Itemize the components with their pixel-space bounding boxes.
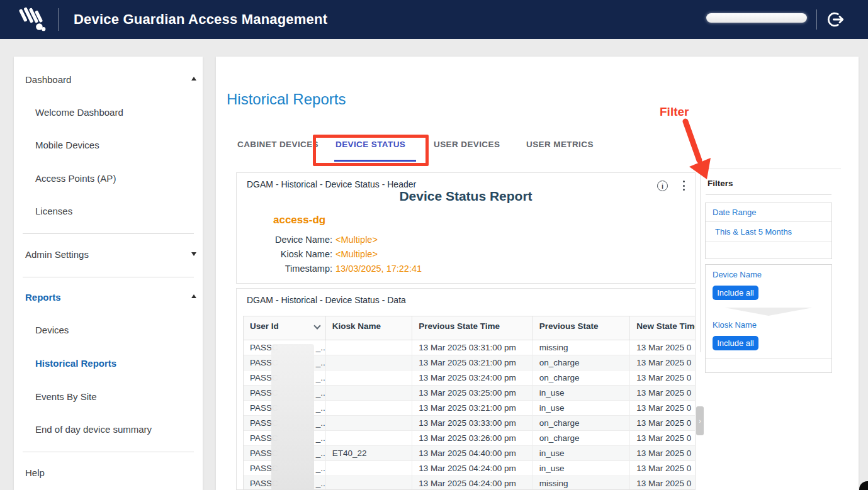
column-header-kiosk-name[interactable]: Kiosk Name [326, 316, 413, 340]
cell-previous-state: in_use [533, 386, 631, 400]
date-range-filter-box: Date Range This & Last 5 Months [705, 203, 832, 259]
table-horizontal-scroll-handle[interactable]: › [696, 406, 704, 435]
widget-title: DGAM - Historical - Device Status - Head… [247, 179, 416, 189]
name-filters-box: Device Name Include all Kiosk Name Inclu… [705, 264, 832, 373]
kiosk-name-include-all-button[interactable]: Include all [713, 336, 758, 350]
sidebar-item-admin-settings[interactable]: Admin Settings [25, 247, 89, 262]
cell-new-state-time: 13 Mar 2025 0 [630, 416, 696, 430]
date-range-selected-value[interactable]: This & Last 5 Months [706, 222, 831, 242]
cell-kiosk-name [326, 370, 413, 385]
cell-previous-state-time: 13 Mar 2025 03:25:00 pm [412, 386, 533, 400]
filter-section-notch [724, 308, 813, 316]
column-header-previous-state[interactable]: Previous State [533, 316, 631, 340]
cell-kiosk-name [326, 416, 413, 430]
tab-device-status[interactable]: DEVICE STATUS [335, 138, 405, 151]
filter-empty-row [706, 242, 831, 259]
sidebar-divider [23, 452, 194, 452]
column-header-previous-state-time[interactable]: Previous State Time [412, 316, 533, 340]
cell-kiosk-name [326, 340, 413, 355]
cell-previous-state-time: 13 Mar 2025 04:24:00 pm [412, 476, 533, 490]
cell-new-state-time: 13 Mar 2025 0 [630, 370, 696, 385]
cell-new-state-time: 13 Mar 2025 0 [630, 386, 696, 400]
cell-new-state-time: 13 Mar 2025 0 [630, 340, 696, 355]
table-header-row: User Id Kiosk Name Previous State Time P… [244, 316, 696, 340]
sidebar-item-events-by-site[interactable]: Events By Site [35, 389, 97, 404]
cell-kiosk-name [326, 461, 413, 476]
sidebar-item-licenses[interactable]: Licenses [35, 204, 72, 219]
report-data-card: DGAM - Historical - Device Status - Data… [236, 288, 696, 490]
device-name-include-all-button[interactable]: Include all [713, 286, 758, 300]
cell-previous-state-time: 13 Mar 2025 03:33:00 pm [412, 416, 533, 430]
cell-kiosk-name [326, 476, 413, 490]
filter-annotation-arrow [657, 116, 719, 186]
report-title: Device Status Report [237, 189, 695, 204]
cell-kiosk-name [326, 431, 413, 445]
field-label: Device Name: [237, 233, 332, 246]
kiosk-name-filter-label: Kiosk Name [713, 320, 757, 330]
cell-previous-state: on_charge [533, 416, 631, 430]
sidebar-divider [23, 277, 194, 277]
cell-kiosk-name: ET40_22 [326, 446, 413, 460]
cell-new-state-time: 13 Mar 2025 0 [630, 431, 696, 445]
sidebar: Dashboard Welcome Dashboard Mobile Devic… [14, 57, 203, 490]
field-label: Timestamp: [237, 262, 332, 275]
sidebar-item-help[interactable]: Help [25, 465, 45, 481]
sidebar-divider [23, 233, 194, 234]
cell-new-state-time: 13 Mar 2025 0 [630, 401, 696, 415]
sidebar-item-end-of-day-summary[interactable]: End of day device summary [35, 422, 152, 437]
field-kiosk-name: Kiosk Name:<Multiple> [237, 248, 378, 260]
field-timestamp: Timestamp:13/03/2025, 17:22:41 [237, 262, 422, 275]
cell-previous-state: in_use [533, 461, 631, 476]
logout-icon [826, 21, 845, 31]
cell-previous-state: on_charge [533, 431, 631, 445]
field-label: Kiosk Name: [237, 248, 332, 260]
header-divider-right [816, 9, 817, 30]
filters-left-divider [700, 169, 701, 352]
column-header-new-state-time[interactable]: New State Time [630, 316, 696, 340]
user-id-redaction-overlay [271, 344, 314, 490]
sidebar-item-dashboard[interactable]: Dashboard [25, 72, 71, 87]
device-name-filter-label: Device Name [713, 270, 762, 279]
cell-kiosk-name [326, 386, 413, 400]
active-tab-underline [334, 160, 416, 162]
screen: Device Guardian Access Management Dashbo… [0, 0, 868, 490]
cell-new-state-time: 13 Mar 2025 0 [630, 476, 696, 490]
cell-previous-state-time: 13 Mar 2025 04:40:00 pm [412, 446, 533, 460]
report-header-card: DGAM - Historical - Device Status - Head… [236, 172, 696, 284]
sidebar-item-devices[interactable]: Devices [35, 323, 69, 338]
tab-user-devices[interactable]: USER DEVICES [434, 138, 500, 151]
cell-previous-state: on_charge [533, 355, 631, 370]
filters-top-divider [700, 169, 841, 169]
cell-kiosk-name [326, 401, 413, 415]
cell-previous-state-time: 13 Mar 2025 03:31:00 pm [412, 340, 533, 355]
header-divider [58, 8, 59, 31]
cell-new-state-time: 13 Mar 2025 0 [630, 461, 696, 476]
main-content: Historical Reports CABINET DEVICES DEVIC… [216, 57, 859, 490]
logout-button[interactable] [825, 10, 846, 29]
cell-previous-state: on_charge [533, 370, 631, 385]
cell-previous-state-time: 13 Mar 2025 04:24:00 pm [412, 461, 533, 476]
cell-previous-state: in_use [533, 401, 631, 415]
tab-user-metrics[interactable]: USER METRICS [526, 138, 594, 151]
sidebar-item-historical-reports[interactable]: Historical Reports [35, 356, 116, 371]
cell-new-state-time: 13 Mar 2025 0 [630, 446, 696, 460]
cell-previous-state: missing [533, 476, 631, 490]
sidebar-item-mobile-devices[interactable]: Mobile Devices [35, 138, 99, 153]
cell-previous-state-time: 13 Mar 2025 03:24:00 pm [412, 370, 533, 385]
tab-cabinet-devices[interactable]: CABINET DEVICES [237, 138, 318, 151]
field-device-name: Device Name:<Multiple> [237, 233, 378, 246]
field-value: <Multiple> [335, 235, 378, 245]
sidebar-item-access-points[interactable]: Access Points (AP) [35, 171, 116, 186]
screen-corner-artifact [859, 481, 868, 490]
sidebar-item-reports[interactable]: Reports [25, 290, 61, 305]
filters-title-divider [706, 194, 831, 195]
chevron-up-icon [191, 294, 196, 298]
date-range-filter[interactable]: Date Range [706, 203, 831, 222]
app-title: Device Guardian Access Management [74, 0, 327, 39]
sidebar-item-welcome-dashboard[interactable]: Welcome Dashboard [35, 105, 123, 120]
cell-previous-state: in_use [533, 446, 631, 460]
field-value: <Multiple> [335, 249, 378, 259]
column-header-user-id[interactable]: User Id [244, 316, 326, 340]
cell-previous-state-time: 13 Mar 2025 03:21:00 pm [412, 401, 533, 415]
app-header: Device Guardian Access Management [0, 0, 868, 39]
